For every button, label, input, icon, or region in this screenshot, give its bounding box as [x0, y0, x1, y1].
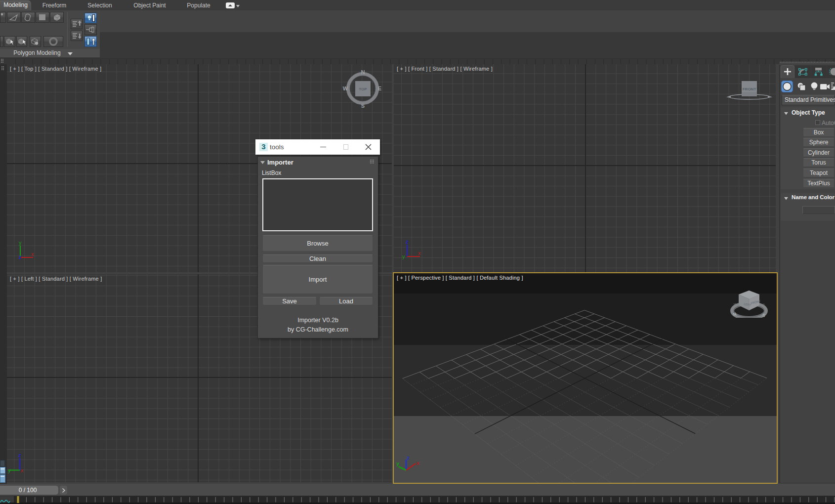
svg-text:y: y: [8, 467, 11, 473]
svg-text:x: x: [31, 251, 34, 257]
svg-text:x: x: [21, 467, 24, 473]
svg-text:E: E: [378, 85, 381, 91]
svg-text:FRONT: FRONT: [743, 87, 756, 91]
svg-text:W: W: [734, 302, 738, 307]
svg-text:y: y: [19, 240, 22, 246]
svg-text:E: E: [762, 303, 765, 307]
svg-text:z: z: [407, 455, 410, 461]
svg-text:N: N: [361, 69, 365, 75]
svg-text:S: S: [361, 103, 365, 109]
svg-text:y: y: [402, 253, 405, 259]
svg-text:W: W: [343, 85, 348, 91]
svg-text:x: x: [417, 460, 420, 466]
svg-text:TOP: TOP: [359, 87, 367, 91]
svg-text:z: z: [18, 452, 21, 458]
svg-text:z: z: [19, 254, 22, 260]
svg-text:z: z: [406, 239, 409, 245]
svg-text:N: N: [732, 311, 737, 317]
svg-text:y: y: [396, 461, 400, 466]
svg-text:x: x: [418, 250, 421, 256]
